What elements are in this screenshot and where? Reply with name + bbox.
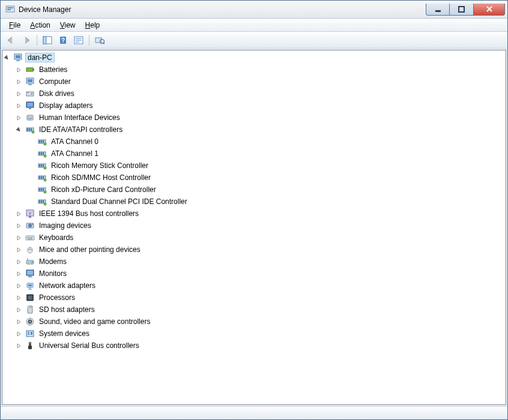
menu-file[interactable]: File xyxy=(4,20,25,31)
forward-button[interactable] xyxy=(20,34,33,47)
menu-view[interactable]: View xyxy=(55,20,80,31)
app-icon xyxy=(5,5,15,14)
sound-icon xyxy=(25,317,35,326)
tree-node-label: Monitors xyxy=(37,269,68,278)
tree-node[interactable]: Imaging devices xyxy=(2,220,506,232)
tree-node[interactable]: Sound, video and game controllers xyxy=(2,316,506,328)
expander-icon[interactable] xyxy=(14,65,23,74)
modem-icon xyxy=(25,257,35,266)
close-button[interactable] xyxy=(474,4,505,16)
menubar: File Action View Help xyxy=(1,19,507,32)
tree-node[interactable]: System devices xyxy=(2,328,506,340)
tree-node[interactable]: Standard Dual Channel PCI IDE Controller xyxy=(2,196,506,208)
computer-icon xyxy=(13,53,23,62)
ide-icon xyxy=(37,173,47,182)
tree-node[interactable]: Universal Serial Bus controllers xyxy=(2,340,506,352)
device-manager-window: Device Manager File Action View Help ? d… xyxy=(0,0,508,420)
tree-node-label: Ricoh xD-Picture Card Controller xyxy=(49,185,158,194)
menu-help[interactable]: Help xyxy=(80,20,105,31)
keyboard-icon xyxy=(25,233,35,242)
tree-node-label: SD host adapters xyxy=(37,305,97,314)
expander-icon[interactable] xyxy=(14,329,23,338)
usb-icon xyxy=(25,341,35,350)
firewire-icon xyxy=(25,209,35,218)
computer-icon xyxy=(25,77,35,86)
tree-node[interactable]: IEEE 1394 Bus host controllers xyxy=(2,208,506,220)
minimize-button[interactable] xyxy=(426,4,450,16)
expander-icon[interactable] xyxy=(14,77,23,86)
tree-node[interactable]: Keyboards xyxy=(2,232,506,244)
tree-node[interactable]: Monitors xyxy=(2,268,506,280)
svg-rect-3 xyxy=(435,10,441,12)
svg-rect-2 xyxy=(7,9,11,10)
tree-node[interactable]: SD host adapters xyxy=(2,304,506,316)
tree-node[interactable]: Computer xyxy=(2,76,506,88)
show-hide-tree-button[interactable] xyxy=(41,34,54,47)
tree-node-label: Mice and other pointing devices xyxy=(37,245,142,254)
expander-icon[interactable] xyxy=(14,257,23,266)
tree-node-label: Network adapters xyxy=(37,281,97,290)
properties-button[interactable] xyxy=(72,34,85,47)
ide-icon xyxy=(37,149,47,158)
monitor2-icon xyxy=(25,269,35,278)
back-button[interactable] xyxy=(4,34,17,47)
expander-icon[interactable] xyxy=(14,233,23,242)
expander-icon[interactable] xyxy=(14,221,23,230)
expander-icon[interactable] xyxy=(14,209,23,218)
tree-node[interactable]: Processors xyxy=(2,292,506,304)
tree-node-label: Ricoh SD/MMC Host Controller xyxy=(49,173,153,182)
sd-icon xyxy=(25,305,35,314)
tree-node[interactable]: Ricoh SD/MMC Host Controller xyxy=(2,172,506,184)
battery-icon xyxy=(25,65,35,74)
device-tree-pane[interactable]: dan-PCBatteriesComputerDisk drivesDispla… xyxy=(2,50,506,405)
tree-node[interactable]: Ricoh Memory Stick Controller xyxy=(2,160,506,172)
expander-icon[interactable] xyxy=(14,317,23,326)
network-icon xyxy=(25,281,35,290)
expander-icon[interactable] xyxy=(2,53,11,62)
expander-icon[interactable] xyxy=(14,113,23,122)
help-button[interactable]: ? xyxy=(56,34,70,47)
tree-node[interactable]: ATA Channel 0 xyxy=(2,136,506,148)
tree-node[interactable]: Batteries xyxy=(2,64,506,76)
tree-node[interactable]: Disk drives xyxy=(2,88,506,100)
tree-node[interactable]: IDE ATA/ATAPI controllers xyxy=(2,124,506,136)
tree-node-label: Ricoh Memory Stick Controller xyxy=(49,161,150,170)
tree-node[interactable]: Human Interface Devices xyxy=(2,112,506,124)
expander-icon[interactable] xyxy=(14,125,23,134)
expander-icon[interactable] xyxy=(14,305,23,314)
tree-node-label: Batteries xyxy=(37,65,69,74)
tree-node[interactable]: Network adapters xyxy=(2,280,506,292)
tree-node[interactable]: dan-PC xyxy=(2,52,506,64)
tree-node-label: Modems xyxy=(37,257,68,266)
menu-action[interactable]: Action xyxy=(25,20,55,31)
expander-icon[interactable] xyxy=(14,245,23,254)
tree-node-label: Display adapters xyxy=(37,101,94,110)
hid-icon xyxy=(25,113,35,122)
processor-icon xyxy=(25,293,35,302)
toolbar: ? xyxy=(1,32,507,49)
tree-node-label: Keyboards xyxy=(37,233,75,242)
tree-node-label: Sound, video and game controllers xyxy=(37,317,152,326)
tree-node[interactable]: Modems xyxy=(2,256,506,268)
tree-node-label: Imaging devices xyxy=(37,221,93,230)
window-title: Device Manager xyxy=(19,5,426,14)
tree-node[interactable]: Display adapters xyxy=(2,100,506,112)
expander-icon[interactable] xyxy=(14,281,23,290)
maximize-button[interactable] xyxy=(450,4,474,16)
ide-icon xyxy=(25,125,35,134)
tree-node-label: System devices xyxy=(37,329,91,338)
tree-node[interactable]: Mice and other pointing devices xyxy=(2,244,506,256)
expander-icon[interactable] xyxy=(14,293,23,302)
expander-icon[interactable] xyxy=(14,341,23,350)
svg-text:?: ? xyxy=(61,37,65,44)
tree-node-label: Disk drives xyxy=(37,89,76,98)
expander-icon[interactable] xyxy=(14,89,23,98)
titlebar[interactable]: Device Manager xyxy=(1,1,507,19)
tree-node[interactable]: ATA Channel 1 xyxy=(2,148,506,160)
expander-icon[interactable] xyxy=(14,269,23,278)
scan-hardware-button[interactable] xyxy=(93,34,106,47)
expander-icon[interactable] xyxy=(14,101,23,110)
tree-node[interactable]: Ricoh xD-Picture Card Controller xyxy=(2,184,506,196)
ide-icon xyxy=(37,137,47,146)
svg-line-15 xyxy=(103,43,104,44)
